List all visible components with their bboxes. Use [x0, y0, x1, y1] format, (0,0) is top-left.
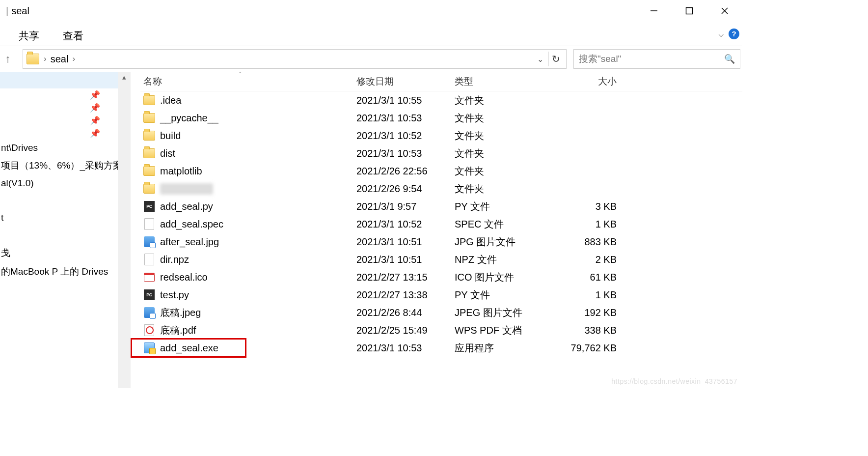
- file-size: 79,762 KB: [553, 342, 622, 354]
- refresh-button[interactable]: ↻: [548, 52, 563, 66]
- file-date: 2021/2/25 15:49: [356, 325, 455, 336]
- file-date: 2021/2/27 13:15: [356, 272, 455, 283]
- file-date: 2021/2/27 13:38: [356, 289, 455, 301]
- nav-row: ↑ › seal › ⌄ ↻ 🔍: [0, 46, 742, 72]
- file-name: __pycache__: [160, 113, 218, 124]
- highlight-box: [131, 338, 246, 358]
- sidebar-item[interactable]: 戋: [0, 244, 118, 262]
- file-date: 2021/2/26 9:54: [356, 183, 455, 195]
- file-name: dist: [160, 148, 175, 159]
- file-date: 2021/2/26 8:44: [356, 307, 455, 318]
- file-size: 883 KB: [553, 236, 622, 248]
- file-type: PY 文件: [455, 288, 553, 302]
- file-name: matplotlib: [160, 166, 202, 177]
- sidebar: 📌 📌 📌 📌 nt\Drives 项目（13%、6%）_采购方案 al(V1.…: [0, 72, 118, 388]
- file-row[interactable]: build2021/3/1 10:52文件夹: [140, 127, 742, 144]
- maximize-button[interactable]: [672, 0, 707, 22]
- sidebar-item[interactable]: 的MacBook P 上的 Drives: [0, 262, 118, 281]
- file-size: 1 KB: [553, 219, 622, 230]
- file-type: JPEG 图片文件: [455, 306, 553, 319]
- up-button[interactable]: ↑: [0, 53, 16, 65]
- header-name[interactable]: 名称: [140, 75, 356, 88]
- header-date[interactable]: 修改日期: [356, 75, 455, 88]
- file-row[interactable]: 底稿.jpeg2021/2/26 8:44JPEG 图片文件192 KB: [140, 304, 742, 321]
- title-bar: | seal: [0, 0, 742, 22]
- file-name: after_seal.jpg: [160, 236, 219, 248]
- window-title: seal: [11, 5, 29, 17]
- file-type: 文件夹: [455, 112, 553, 125]
- sidebar-item[interactable]: t: [0, 209, 118, 226]
- file-type: 应用程序: [455, 342, 553, 355]
- tab-share[interactable]: 共享: [19, 29, 39, 46]
- file-type: WPS PDF 文档: [455, 324, 553, 337]
- file-size: 338 KB: [553, 325, 622, 336]
- breadcrumb-sep-2[interactable]: ›: [68, 54, 79, 64]
- file-row[interactable]: dir.npz2021/3/1 10:51NPZ 文件2 KB: [140, 251, 742, 268]
- file-date: 2021/3/1 10:53: [356, 342, 455, 354]
- pin-icon: 📌: [90, 115, 109, 126]
- watermark: https://blog.csdn.net/weixin_43756157: [611, 377, 737, 385]
- file-row[interactable]: matplotlib2021/2/26 22:56文件夹: [140, 162, 742, 180]
- file-row[interactable]: PCadd_seal.py2021/3/1 9:57PY 文件3 KB: [140, 198, 742, 215]
- scroll-up-icon[interactable]: ▴: [118, 73, 131, 82]
- file-row[interactable]: dist2021/3/1 10:53文件夹: [140, 144, 742, 162]
- close-button[interactable]: [707, 0, 742, 22]
- file-name: dir.npz: [160, 254, 189, 265]
- file-date: 2021/3/1 10:51: [356, 254, 455, 265]
- file-name: test.py: [160, 289, 189, 301]
- file-row[interactable]: add_seal.spec2021/3/1 10:52SPEC 文件1 KB: [140, 215, 742, 233]
- address-dropdown-icon[interactable]: ⌄: [534, 55, 546, 64]
- file-size: 3 KB: [553, 201, 622, 212]
- pin-icon: 📌: [90, 90, 109, 100]
- file-row[interactable]: 底稿.pdf2021/2/25 15:49WPS PDF 文档338 KB: [140, 321, 742, 339]
- sidebar-item[interactable]: al(V1.0): [0, 175, 118, 192]
- sidebar-scrollbar[interactable]: ▴: [118, 72, 131, 388]
- file-type: ICO 图片文件: [455, 271, 553, 284]
- sidebar-gap: [0, 192, 118, 209]
- header-type[interactable]: 类型: [455, 75, 553, 88]
- minimize-button[interactable]: [636, 0, 672, 22]
- file-size: 61 KB: [553, 272, 622, 283]
- file-name: .idea: [160, 95, 181, 106]
- file-type: NPZ 文件: [455, 253, 553, 266]
- sidebar-item[interactable]: nt\Drives: [0, 140, 118, 156]
- ribbon-expand-icon[interactable]: ⌵: [718, 28, 724, 39]
- header-size[interactable]: 大小: [553, 75, 622, 88]
- file-row[interactable]: xxxxxx2021/2/26 9:54文件夹: [140, 180, 742, 198]
- help-icon[interactable]: ?: [729, 28, 739, 39]
- file-date: 2021/3/1 10:53: [356, 113, 455, 124]
- file-name: build: [160, 130, 181, 142]
- file-date: 2021/3/1 10:53: [356, 148, 455, 159]
- address-bar[interactable]: › seal › ⌄ ↻: [23, 49, 567, 69]
- pin-icon: 📌: [90, 128, 109, 139]
- column-headers: 名称 修改日期 类型 大小: [140, 72, 742, 91]
- file-type: 文件夹: [455, 129, 553, 142]
- search-input[interactable]: [579, 54, 724, 64]
- file-date: 2021/3/1 10:52: [356, 219, 455, 230]
- sort-indicator-icon[interactable]: ˄: [239, 71, 242, 79]
- file-type: 文件夹: [455, 165, 553, 178]
- file-row[interactable]: .idea2021/3/1 10:55文件夹: [140, 91, 742, 109]
- file-name: 底稿.jpeg: [160, 306, 201, 319]
- sidebar-item-selected[interactable]: [0, 72, 118, 88]
- file-row[interactable]: __pycache__2021/3/1 10:53文件夹: [140, 109, 742, 127]
- file-size: 192 KB: [553, 307, 622, 318]
- svg-rect-1: [686, 8, 693, 14]
- breadcrumb-folder[interactable]: seal: [51, 54, 69, 65]
- file-name: add_seal.py: [160, 201, 213, 212]
- search-box[interactable]: 🔍: [573, 49, 740, 69]
- file-row[interactable]: after_seal.jpg2021/3/1 10:51JPG 图片文件883 …: [140, 233, 742, 251]
- file-row[interactable]: PCtest.py2021/2/27 13:38PY 文件1 KB: [140, 286, 742, 304]
- sidebar-item[interactable]: 项目（13%、6%）_采购方案: [0, 156, 118, 175]
- file-type: 文件夹: [455, 94, 553, 107]
- tab-view[interactable]: 查看: [63, 29, 83, 46]
- pin-icon: 📌: [90, 103, 109, 113]
- file-type: 文件夹: [455, 147, 553, 160]
- file-name: 底稿.pdf: [160, 324, 196, 337]
- file-name: add_seal.spec: [160, 219, 223, 230]
- file-name-blurred: xxxxxx: [160, 183, 213, 195]
- file-row[interactable]: redseal.ico2021/2/27 13:15ICO 图片文件61 KB: [140, 268, 742, 286]
- sidebar-gap: [0, 226, 118, 244]
- search-icon[interactable]: 🔍: [724, 54, 735, 64]
- file-list: ˄ 名称 修改日期 类型 大小 .idea2021/3/1 10:55文件夹__…: [131, 72, 742, 388]
